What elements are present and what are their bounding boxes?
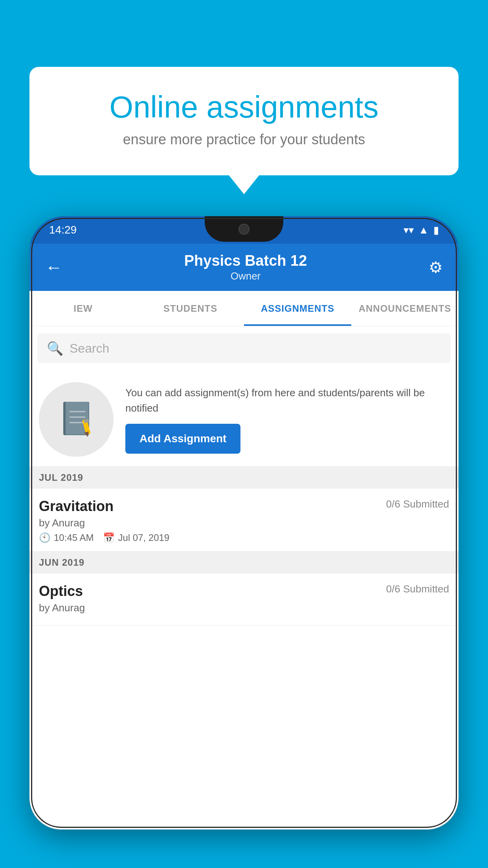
optics-status: 0/6 Submitted (386, 583, 449, 595)
header-center: Physics Batch 12 Owner (184, 252, 307, 282)
calendar-icon: 📅 (103, 532, 115, 543)
assignment-row-top: Gravitation 0/6 Submitted (39, 498, 449, 515)
speech-bubble-container: Online assignments ensure more practice … (29, 67, 459, 175)
assignment-date: 📅 Jul 07, 2019 (103, 532, 169, 543)
search-icon: 🔍 (47, 340, 63, 356)
tab-assignments[interactable]: ASSIGNMENTS (244, 291, 351, 326)
section-header-jul: JUL 2019 (29, 467, 459, 489)
assignment-status: 0/6 Submitted (386, 498, 449, 510)
optics-name: Optics (39, 583, 83, 600)
settings-icon[interactable]: ⚙ (429, 258, 443, 276)
battery-icon: ▮ (433, 224, 439, 236)
search-input-wrap[interactable]: 🔍 Search (37, 333, 451, 363)
search-bar: 🔍 Search (29, 326, 459, 370)
section-header-jun: JUN 2019 (29, 552, 459, 574)
clock-icon: 🕙 (39, 532, 51, 543)
camera (238, 224, 250, 235)
bubble-subtitle: ensure more practice for your students (61, 131, 427, 148)
assignment-name: Gravitation (39, 498, 114, 515)
header-subtitle: Owner (184, 270, 307, 282)
content-area: 🔍 Search (29, 326, 459, 829)
phone-container: 14:29 ▾▾ ▲ ▮ ← Physics Batch 12 Owner ⚙ … (29, 216, 459, 868)
add-assignment-button[interactable]: Add Assignment (125, 424, 240, 454)
assignment-author: by Anurag (39, 517, 449, 529)
status-icons: ▾▾ ▲ ▮ (404, 224, 439, 236)
assignment-item-gravitation[interactable]: Gravitation 0/6 Submitted by Anurag 🕙 10… (29, 489, 459, 552)
notebook-icon (59, 400, 94, 439)
promo-section: You can add assignment(s) from here and … (29, 370, 459, 467)
assignment-time: 🕙 10:45 AM (39, 532, 94, 543)
status-time: 14:29 (49, 224, 77, 236)
back-button[interactable]: ← (45, 257, 62, 277)
tab-iew[interactable]: IEW (29, 291, 137, 326)
search-input[interactable]: Search (70, 341, 109, 356)
tab-bar: IEW STUDENTS ASSIGNMENTS ANNOUNCEMENTS (29, 291, 459, 326)
notch (205, 216, 283, 242)
speech-bubble: Online assignments ensure more practice … (29, 67, 459, 175)
tab-announcements[interactable]: ANNOUNCEMENTS (351, 291, 459, 326)
promo-right: You can add assignment(s) from here and … (125, 385, 449, 454)
promo-text: You can add assignment(s) from here and … (125, 385, 449, 416)
signal-icon: ▲ (418, 224, 429, 236)
wifi-icon: ▾▾ (404, 224, 414, 236)
phone-frame: 14:29 ▾▾ ▲ ▮ ← Physics Batch 12 Owner ⚙ … (29, 216, 459, 829)
app-header: ← Physics Batch 12 Owner ⚙ (29, 244, 459, 291)
tab-students[interactable]: STUDENTS (137, 291, 244, 326)
optics-author: by Anurag (39, 602, 449, 614)
assignment-item-optics[interactable]: Optics 0/6 Submitted by Anurag (29, 574, 459, 625)
assignment-row-top-optics: Optics 0/6 Submitted (39, 583, 449, 600)
promo-icon-circle (39, 382, 114, 457)
header-title: Physics Batch 12 (184, 252, 307, 269)
bubble-title: Online assignments (61, 90, 427, 124)
assignment-meta: 🕙 10:45 AM 📅 Jul 07, 2019 (39, 532, 449, 543)
